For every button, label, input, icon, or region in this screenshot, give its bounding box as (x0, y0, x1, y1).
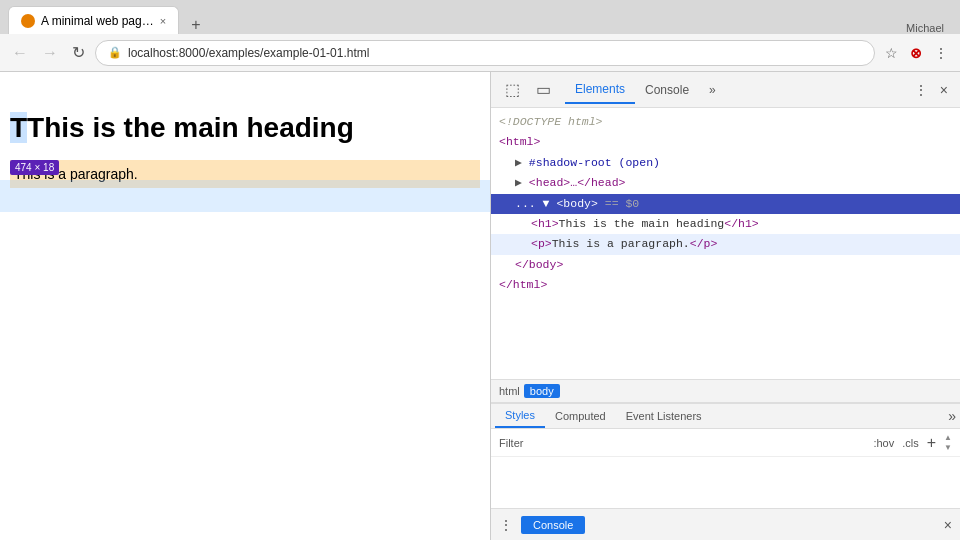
devtools-menu-icon[interactable]: ⋮ (910, 80, 932, 100)
styles-tab-bar: Styles Computed Event Listeners » (491, 404, 960, 429)
tree-html-close[interactable]: </html> (491, 275, 960, 295)
hov-button[interactable]: :hov (873, 437, 894, 449)
devtools-panel: ⬚ ▭ Elements Console » ⋮ × <!DOCTYPE htm… (490, 72, 960, 540)
address-bar[interactable]: 🔒 (95, 40, 875, 66)
tree-body-selected[interactable]: ... ▼ <body> == $0 (491, 194, 960, 214)
page-preview: 474 × 18 TThis is the main heading This … (0, 72, 490, 540)
console-bar: ⋮ Console × (491, 508, 960, 540)
tree-doctype[interactable]: <!DOCTYPE html> (491, 112, 960, 132)
content-area: 474 × 18 TThis is the main heading This … (0, 72, 960, 540)
breadcrumb-bar: html body (491, 379, 960, 403)
tab-bar: A minimal web pag… × + Michael (0, 0, 960, 34)
console-button[interactable]: Console (521, 516, 585, 534)
tab-event-listeners[interactable]: Event Listeners (616, 405, 712, 427)
breadcrumb-body[interactable]: body (524, 384, 560, 398)
window-user-label: Michael (906, 22, 944, 34)
back-button[interactable]: ← (8, 41, 32, 65)
devtools-header: ⬚ ▭ Elements Console » ⋮ × (491, 72, 960, 108)
page-heading: TThis is the main heading (10, 112, 480, 144)
filter-right: :hov .cls + ▲ ▼ (873, 433, 952, 452)
tab-label: A minimal web pag… (41, 14, 154, 28)
browser-window: A minimal web pag… × + Michael ← → ↻ 🔒 ☆… (0, 0, 960, 540)
browser-icon1[interactable]: ⊗ (906, 41, 926, 65)
tree-p[interactable]: <p>This is a paragraph.</p> (491, 234, 960, 254)
menu-icon[interactable]: ⋮ (930, 41, 952, 65)
cls-button[interactable]: .cls (902, 437, 919, 449)
devtools-tab-list: Elements Console » (561, 76, 906, 104)
tab-more[interactable]: » (699, 77, 726, 103)
tab-computed[interactable]: Computed (545, 405, 616, 427)
forward-button[interactable]: → (38, 41, 62, 65)
bookmark-icon[interactable]: ☆ (881, 41, 902, 65)
url-input[interactable] (128, 46, 862, 60)
breadcrumb-html[interactable]: html (499, 385, 520, 397)
add-style-button[interactable]: + (927, 434, 936, 452)
styles-more-icon[interactable]: » (948, 408, 956, 424)
tree-head[interactable]: ▶ <head>…</head> (491, 173, 960, 193)
styles-panel: Styles Computed Event Listeners » Filter… (491, 403, 960, 508)
browser-toolbar: ← → ↻ 🔒 ☆ ⊗ ⋮ (0, 34, 960, 72)
new-tab-button[interactable]: + (185, 16, 206, 34)
tab-elements[interactable]: Elements (565, 76, 635, 104)
tab-console[interactable]: Console (635, 77, 699, 103)
tab-styles[interactable]: Styles (495, 404, 545, 428)
devtools-header-right: ⋮ × (910, 80, 952, 100)
filter-bar: Filter :hov .cls + ▲ ▼ (491, 429, 960, 457)
browser-tab[interactable]: A minimal web pag… × (8, 6, 179, 34)
toolbar-right: ☆ ⊗ ⋮ (881, 41, 952, 65)
devtools-close-icon[interactable]: × (936, 80, 952, 100)
paragraph-highlight (0, 180, 490, 212)
tree-shadow-root[interactable]: ▶ #shadow-root (open) (491, 153, 960, 173)
element-size-badge: 474 × 18 (10, 160, 59, 175)
filter-label: Filter (499, 437, 523, 449)
tree-html[interactable]: <html> (491, 132, 960, 152)
console-close-icon[interactable]: × (944, 517, 952, 533)
elements-tree[interactable]: <!DOCTYPE html> <html> ▶ #shadow-root (o… (491, 108, 960, 379)
inspect-element-icon[interactable]: ⬚ (499, 76, 526, 103)
reload-button[interactable]: ↻ (68, 41, 89, 65)
console-menu-icon[interactable]: ⋮ (499, 517, 513, 533)
tab-close-button[interactable]: × (160, 15, 166, 27)
tree-body-close[interactable]: </body> (491, 255, 960, 275)
tree-h1[interactable]: <h1>This is the main heading</h1> (491, 214, 960, 234)
scroll-arrows[interactable]: ▲ ▼ (944, 433, 952, 452)
tab-favicon (21, 14, 35, 28)
device-toolbar-icon[interactable]: ▭ (530, 76, 557, 103)
